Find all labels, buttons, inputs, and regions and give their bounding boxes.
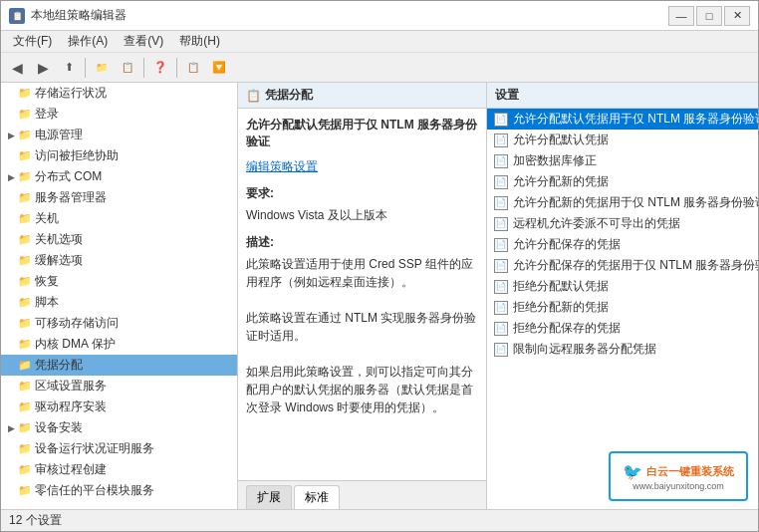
tree-item-label: 审核过程创建 <box>35 461 107 478</box>
tree-item-audit[interactable]: 📁 审核过程创建 <box>1 459 237 480</box>
close-button[interactable]: ✕ <box>724 6 750 26</box>
toolbar-btn-2[interactable]: 📋 <box>116 56 139 80</box>
right-item-7[interactable]: 📄 允许分配保存的凭据用于仅 NTLM 服务器身份验证 <box>487 255 758 276</box>
policy-icon: 📄 <box>494 301 508 315</box>
expand-icon <box>5 150 17 162</box>
desc-title: 描述: <box>246 234 478 251</box>
tree-item-power[interactable]: ▶ 📁 电源管理 <box>1 125 237 145</box>
tree-item-label: 关机 <box>35 210 59 227</box>
right-item-11[interactable]: 📄 限制向远程服务器分配凭据 <box>487 339 758 360</box>
right-item-2[interactable]: 📄 加密数据库修正 <box>487 150 758 171</box>
right-panel-content: 📄 允许分配默认凭据用于仅 NTLM 服务器身份验证 📄 允许分配默认凭据 📄 … <box>487 109 758 509</box>
policy-icon: 📄 <box>494 238 508 252</box>
tree-item-mitigation[interactable]: 📁 缓解选项 <box>1 250 237 271</box>
help-button[interactable]: ❓ <box>148 56 172 80</box>
folder-icon: 📁 <box>17 295 33 311</box>
right-item-0[interactable]: 📄 允许分配默认凭据用于仅 NTLM 服务器身份验证 <box>487 109 758 130</box>
toolbar-btn-3[interactable]: 📋 <box>181 56 205 80</box>
tree-item-access-denied[interactable]: 📁 访问被拒绝协助 <box>1 145 237 166</box>
filter-button[interactable]: 🔽 <box>207 56 231 80</box>
maximize-button[interactable]: □ <box>696 6 722 26</box>
right-item-4[interactable]: 📄 允许分配新的凭据用于仅 NTLM 服务器身份验证 <box>487 192 758 213</box>
up-button[interactable]: ⬆ <box>57 56 81 80</box>
tree-item-server-manager[interactable]: 📁 服务器管理器 <box>1 187 237 208</box>
mid-panel-content: 允许分配默认凭据用于仅 NTLM 服务器身份验证 编辑策略设置 要求: Wind… <box>238 109 486 480</box>
tree-item-device-health[interactable]: 📁 设备运行状况证明服务 <box>1 438 237 459</box>
tree-item-label: 访问被拒绝协助 <box>35 147 119 164</box>
tree-item-label: 缓解选项 <box>35 252 83 269</box>
tree-item-label: 恢复 <box>35 273 59 290</box>
right-item-5[interactable]: 📄 远程机允许委派不可导出的凭据 <box>487 213 758 234</box>
folder-icon: 📁 <box>17 190 33 206</box>
expand-icon <box>5 381 17 393</box>
menu-action[interactable]: 操作(A) <box>60 31 116 52</box>
folder-icon: 📁 <box>17 399 33 415</box>
tree-item-regional[interactable]: 📁 区域设置服务 <box>1 376 237 397</box>
expand-icon <box>5 485 17 497</box>
right-item-label: 允许分配新的凭据用于仅 NTLM 服务器身份验证 <box>513 194 758 211</box>
right-item-8[interactable]: 📄 拒绝分配默认凭据 <box>487 276 758 297</box>
tree-item-removable[interactable]: 📁 可移动存储访问 <box>1 313 237 334</box>
forward-button[interactable]: ▶ <box>31 56 55 80</box>
folder-icon: 📁 <box>17 148 33 164</box>
tree-item-kernel-dma[interactable]: 📁 内核 DMA 保护 <box>1 334 237 355</box>
tree-item-label: 关机选项 <box>35 231 83 248</box>
expand-icon <box>5 297 17 309</box>
mid-panel-header: 📋 凭据分配 <box>238 83 486 109</box>
mid-section-require: 要求: Windows Vista 及以上版本 <box>246 185 478 224</box>
menu-file[interactable]: 文件(F) <box>5 31 60 52</box>
expand-icon <box>5 88 17 100</box>
right-item-3[interactable]: 📄 允许分配新的凭据 <box>487 171 758 192</box>
folder-icon: 📁 <box>17 128 33 143</box>
tree-item-distributed-com[interactable]: ▶ 📁 分布式 COM <box>1 166 237 187</box>
right-item-label: 允许分配保存的凭据用于仅 NTLM 服务器身份验证 <box>513 257 758 274</box>
menu-help[interactable]: 帮助(H) <box>171 31 228 52</box>
tree-item-shutdown[interactable]: 📁 关机 <box>1 208 237 229</box>
right-item-6[interactable]: 📄 允许分配保存的凭据 <box>487 234 758 255</box>
tree-item-recovery[interactable]: 📁 恢复 <box>1 271 237 292</box>
expand-icon <box>5 109 17 121</box>
policy-icon: 📄 <box>494 113 508 127</box>
mid-header-icon: 📋 <box>246 89 261 103</box>
tree-item-credential-delegation[interactable]: 📁 凭据分配 <box>1 355 237 376</box>
show-hide-tree-button[interactable]: 📁 <box>90 56 114 80</box>
toolbar-separator-3 <box>176 58 177 78</box>
back-button[interactable]: ◀ <box>5 56 29 80</box>
policy-icon: 📄 <box>494 133 508 147</box>
title-bar: 📋 本地组策略编辑器 — □ ✕ <box>1 1 758 31</box>
tree-item-label: 内核 DMA 保护 <box>35 336 116 353</box>
folder-icon: 📁 <box>17 358 33 374</box>
expand-icon <box>5 360 17 372</box>
expand-icon: ▶ <box>5 171 17 183</box>
edit-policy-link[interactable]: 编辑策略设置 <box>246 159 318 173</box>
tree-item-shutdown-options[interactable]: 📁 关机选项 <box>1 229 237 250</box>
tree-item-device-install[interactable]: ▶ 📁 设备安装 <box>1 417 237 438</box>
mid-policy-title: 允许分配默认凭据用于仅 NTLM 服务器身份验证 <box>246 117 478 150</box>
minimize-button[interactable]: — <box>668 6 694 26</box>
policy-item-icon: 📄 <box>493 279 509 295</box>
right-item-9[interactable]: 📄 拒绝分配新的凭据 <box>487 297 758 318</box>
watermark-bird-icon: 🐦 <box>623 462 642 481</box>
policy-icon: 📄 <box>494 280 508 294</box>
expand-icon: ▶ <box>5 130 17 141</box>
tree-item-driver-install[interactable]: 📁 驱动程序安装 <box>1 397 237 417</box>
status-bar: 12 个设置 <box>1 509 758 531</box>
right-item-label: 远程机允许委派不可导出的凭据 <box>513 215 680 232</box>
right-panel-header: 设置 <box>487 83 758 109</box>
right-item-1[interactable]: 📄 允许分配默认凭据 <box>487 130 758 150</box>
tree-item-login[interactable]: 📁 登录 <box>1 104 237 125</box>
tab-expand[interactable]: 扩展 <box>246 485 292 509</box>
watermark-top: 🐦 白云一键重装系统 <box>623 462 734 481</box>
policy-icon: 📄 <box>494 259 508 273</box>
menu-view[interactable]: 查看(V) <box>116 31 171 52</box>
policy-item-icon: 📄 <box>493 237 509 253</box>
tab-standard[interactable]: 标准 <box>294 485 340 509</box>
right-panel: 设置 📄 允许分配默认凭据用于仅 NTLM 服务器身份验证 📄 允许分配默认凭据 <box>487 83 758 509</box>
tree-item-scripts[interactable]: 📁 脚本 <box>1 292 237 313</box>
tree-item-label: 电源管理 <box>35 127 83 143</box>
tree-item-storage[interactable]: 📁 存储运行状况 <box>1 83 237 104</box>
right-item-label: 限制向远程服务器分配凭据 <box>513 341 656 358</box>
right-item-10[interactable]: 📄 拒绝分配保存的凭据 <box>487 318 758 339</box>
tree-item-zero-trust[interactable]: 📁 零信任的平台模块服务 <box>1 480 237 501</box>
expand-icon <box>5 401 17 413</box>
